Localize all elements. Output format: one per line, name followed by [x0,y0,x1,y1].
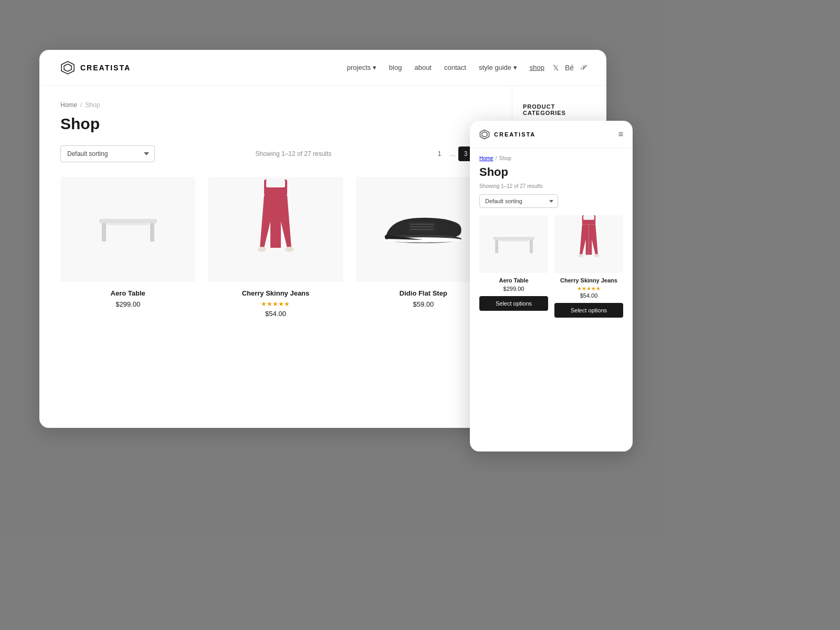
mobile-card: CREATISTA ≡ Home / Shop Shop Showing 1–1… [470,121,633,452]
mobile-product-price-1: $299.00 [503,286,524,292]
mobile-table-illustration [488,227,540,261]
svg-rect-4 [150,223,154,242]
logo-text: CREATISTA [80,64,131,72]
svg-rect-12 [407,222,436,233]
logo-icon [60,60,75,75]
mobile-breadcrumb-current: Shop [499,155,511,161]
mobile-product-image-table [479,215,548,273]
results-count: Showing 1–12 of 27 results [165,150,422,158]
sort-select[interactable]: Default sorting Sort by popularity Sort … [60,145,155,162]
svg-rect-5 [107,223,149,225]
svg-rect-18 [493,237,534,240]
svg-rect-19 [495,239,498,253]
svg-rect-3 [102,223,106,242]
svg-point-23 [579,254,583,257]
product-image-aero-table [60,177,195,282]
mobile-breadcrumb-home[interactable]: Home [479,155,494,161]
product-price-3: $59.00 [413,300,434,308]
breadcrumb-home[interactable]: Home [60,101,77,109]
mobile-logo[interactable]: CREATISTA [479,129,536,140]
mobile-products-grid: Aero Table $299.00 Select options Ch [479,215,623,318]
svg-marker-17 [482,132,487,137]
hamburger-menu-icon[interactable]: ≡ [618,130,623,139]
nav-style-guide[interactable]: style guide ▾ [479,64,517,71]
table-illustration [91,208,165,250]
svg-rect-2 [99,219,157,223]
products-grid: Aero Table $299.00 [60,177,491,318]
breadcrumb-separator: / [80,101,82,109]
mobile-breadcrumb: Home / Shop [479,155,623,161]
product-card-aero-table: Aero Table $299.00 [60,177,195,318]
jeans-illustration [255,180,297,279]
breadcrumb: Home / Shop [60,101,491,109]
svg-point-7 [258,247,266,252]
logo[interactable]: CREATISTA [60,60,131,75]
select-options-button-2[interactable]: Select options [554,303,623,318]
product-price-2: $54.00 [265,310,286,318]
select-options-button-1[interactable]: Select options [479,296,548,311]
mobile-body: Home / Shop Shop Showing 1–12 of 27 resu… [470,148,633,452]
mobile-jeans-illustration [574,215,603,273]
mobile-sort-select[interactable]: Default sorting [479,194,558,208]
page-1-btn[interactable]: 1 [432,146,447,161]
mobile-product-name-2: Cherry Skinny Jeans [560,277,617,284]
product-name-3: Didio Flat Step [400,289,447,297]
nav-blog[interactable]: blog [389,64,402,71]
shop-toolbar: Default sorting Sort by popularity Sort … [60,145,491,162]
mobile-navigation: CREATISTA ≡ [470,121,633,148]
nav-contact[interactable]: contact [444,64,466,71]
mobile-logo-icon [479,129,490,140]
main-navigation: CREATISTA projects ▾ blog about contact … [39,50,606,86]
product-name-1: Aero Table [111,289,145,297]
svg-point-8 [285,247,293,252]
mobile-product-stars-2: ★★★★★ [577,286,601,291]
nav-about[interactable]: about [414,64,432,71]
mobile-results-count: Showing 1–12 of 27 results [479,183,623,189]
twitter-icon[interactable]: 𝕏 [553,64,559,72]
page-dots: ... [450,150,455,158]
product-price-1: $299.00 [116,300,140,308]
shoe-illustration [376,203,470,256]
mobile-product-card-aero-table: Aero Table $299.00 Select options [479,215,548,318]
svg-rect-25 [583,215,594,220]
page-title: Shop [60,115,491,133]
product-name-2: Cherry Skinny Jeans [242,289,310,297]
shop-body: Home / Shop Shop Default sorting Sort by… [39,86,512,428]
svg-rect-21 [499,239,529,241]
nav-links: projects ▾ blog about contact style guid… [347,64,544,71]
pinterest-icon[interactable]: 𝒫 [580,63,585,72]
product-stars-2: ★★★★★ [261,300,290,308]
mobile-logo-text: CREATISTA [494,131,536,138]
sidebar-categories-title: product categories [523,103,596,116]
nav-social: 𝕏 Bé 𝒫 [553,63,585,72]
svg-point-24 [594,254,599,257]
svg-rect-9 [266,180,285,187]
mobile-product-name-1: Aero Table [499,277,528,284]
mobile-product-card-cherry-jeans: Cherry Skinny Jeans ★★★★★ $54.00 Select … [554,215,623,318]
mobile-product-price-2: $54.00 [580,292,598,299]
product-image-cherry-jeans [208,177,343,282]
nav-shop[interactable]: shop [530,64,544,71]
nav-projects[interactable]: projects ▾ [347,64,376,71]
svg-marker-1 [64,64,71,71]
mobile-page-title: Shop [479,165,623,179]
mobile-breadcrumb-sep: / [496,155,497,161]
svg-marker-0 [61,61,74,74]
svg-marker-16 [480,130,489,139]
breadcrumb-current: Shop [85,101,100,109]
product-card-cherry-jeans: Cherry Skinny Jeans ★★★★★ $54.00 [208,177,343,318]
svg-rect-20 [530,239,533,253]
mobile-product-image-jeans [554,215,623,273]
behance-icon[interactable]: Bé [565,64,574,72]
